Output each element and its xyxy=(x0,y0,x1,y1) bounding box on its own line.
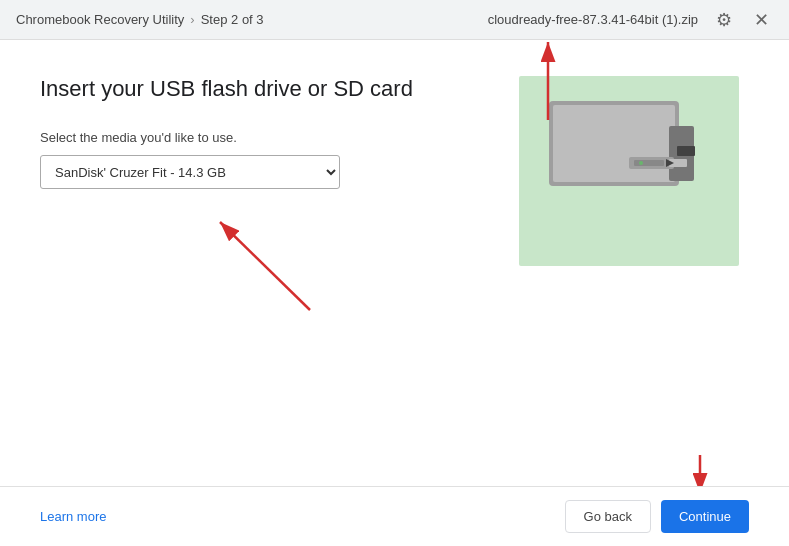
title-bar: Chromebook Recovery Utility › Step 2 of … xyxy=(0,0,789,40)
left-panel: Insert your USB flash drive or SD card S… xyxy=(40,76,519,466)
settings-button[interactable]: ⚙ xyxy=(712,7,736,33)
breadcrumb: Chromebook Recovery Utility › Step 2 of … xyxy=(16,12,264,27)
filename-label: cloudready-free-87.3.41-64bit (1).zip xyxy=(488,12,698,27)
svg-point-7 xyxy=(639,161,643,165)
usb-illustration xyxy=(519,76,739,266)
page-title: Insert your USB flash drive or SD card xyxy=(40,76,499,102)
svg-rect-1 xyxy=(553,105,675,182)
svg-rect-3 xyxy=(677,146,695,156)
right-panel xyxy=(519,76,749,466)
main-content: Insert your USB flash drive or SD card S… xyxy=(0,40,789,486)
footer: Learn more Go back Continue xyxy=(0,486,789,546)
continue-button[interactable]: Continue xyxy=(661,500,749,533)
svg-rect-6 xyxy=(634,160,664,166)
close-button[interactable]: ✕ xyxy=(750,7,773,33)
select-label: Select the media you'd like to use. xyxy=(40,130,499,145)
footer-buttons: Go back Continue xyxy=(565,500,749,533)
app-name: Chromebook Recovery Utility xyxy=(16,12,184,27)
learn-more-link[interactable]: Learn more xyxy=(40,509,106,524)
media-select[interactable]: SanDisk' Cruzer Fit - 14.3 GB xyxy=(40,155,340,189)
title-bar-right: cloudready-free-87.3.41-64bit (1).zip ⚙ … xyxy=(488,7,773,33)
gear-icon: ⚙ xyxy=(716,11,732,29)
step-label: Step 2 of 3 xyxy=(201,12,264,27)
usb-svg xyxy=(529,91,729,251)
breadcrumb-sep: › xyxy=(190,12,194,27)
go-back-button[interactable]: Go back xyxy=(565,500,651,533)
close-icon: ✕ xyxy=(754,11,769,29)
